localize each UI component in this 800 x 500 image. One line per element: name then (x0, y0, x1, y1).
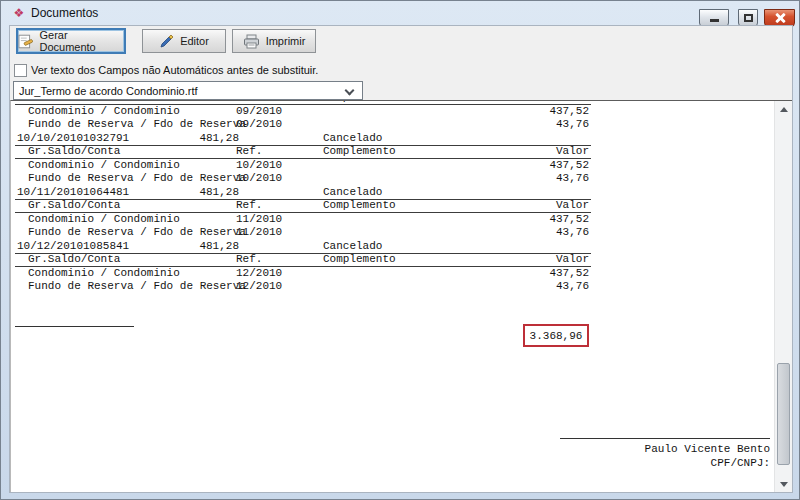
signature-doc-label: CPF/CNPJ: (560, 456, 770, 470)
table-cell: Gr.Saldo/Conta (28, 199, 120, 213)
table-cell: Complemento (323, 145, 396, 159)
table-cell: 12/2010 (236, 280, 282, 294)
table-cell: 10/2010 (236, 172, 282, 186)
template-dropdown[interactable]: Jur_Termo de acordo Condominio.rtf (13, 81, 363, 100)
signature-name: Paulo Vicente Bento (560, 442, 770, 456)
table-cell: 11/2010 (236, 226, 282, 240)
table-row: Fundo de Reserva / Fdo de Reserva11/2010… (11, 226, 774, 240)
table-cell: Condominio / Condominio (28, 105, 180, 119)
table-cell: Valor (489, 199, 589, 213)
close-icon (775, 13, 785, 23)
table-cell: 43,76 (489, 172, 589, 186)
table-row: Condominio / Condominio09/2010437,52 (11, 105, 774, 119)
table-cell: Complemento (323, 253, 396, 267)
table-cell: Valor (489, 145, 589, 159)
editor-button[interactable]: Editor (142, 29, 226, 53)
table-cell: 09/2010 (236, 105, 282, 119)
table-cell: Fundo de Reserva / Fdo de Reserva (28, 226, 246, 240)
chevron-down-icon (345, 86, 355, 96)
document-preview-panel: Gr.Saldo/ContaRef.ComplementoValorCondom… (10, 100, 792, 492)
table-cell: Gr.Saldo/Conta (28, 253, 120, 267)
table-cell: 437,52 (489, 213, 589, 227)
table-cell: 437,52 (489, 105, 589, 119)
documents-window: Documentos Gerar Documento Edit (0, 0, 800, 500)
table-cell: Condominio / Condominio (28, 159, 180, 173)
template-dropdown-value: Jur_Termo de acordo Condominio.rtf (19, 85, 198, 97)
subtotal-line (15, 326, 134, 327)
table-cell: Cancelado (323, 186, 382, 200)
table-cell: Fundo de Reserva / Fdo de Reserva (28, 280, 246, 294)
table-cell: 43,76 (489, 280, 589, 294)
table-row: 10/10/20101032791481,28Cancelado (11, 132, 774, 146)
table-row: Condominio / Condominio10/2010437,52 (11, 159, 774, 173)
signature-line (560, 438, 770, 439)
table-cell: 10/11/2010 (17, 186, 83, 200)
table-header-row: Gr.Saldo/ContaRef.ComplementoValor (11, 145, 774, 159)
table-cell: 09/2010 (236, 118, 282, 132)
table-cell: 10/2010 (236, 159, 282, 173)
print-button[interactable]: Imprimir (232, 29, 316, 53)
table-cell: Ref. (236, 199, 262, 213)
table-header-row: Gr.Saldo/ContaRef.ComplementoValor (11, 253, 774, 267)
table-cell: 12/2010 (236, 267, 282, 281)
vertical-scrollbar[interactable] (774, 101, 792, 492)
table-row: Fundo de Reserva / Fdo de Reserva09/2010… (11, 118, 774, 132)
table-cell: Fundo de Reserva / Fdo de Reserva (28, 172, 246, 186)
table-cell: Cancelado (323, 240, 382, 254)
printer-icon (243, 34, 260, 49)
maximize-icon (744, 14, 753, 22)
window-title: Documentos (31, 6, 98, 20)
total-box: 3.368,96 (523, 324, 589, 347)
show-fields-checkbox[interactable] (14, 64, 27, 77)
table-cell: 10/10/2010 (17, 132, 83, 146)
print-label: Imprimir (266, 35, 306, 47)
table-cell: 437,52 (489, 267, 589, 281)
scrollbar-thumb[interactable] (777, 363, 790, 465)
client-area: Gerar Documento Editor Imprimir Ver text… (9, 25, 793, 493)
total-value: 3.368,96 (530, 330, 583, 342)
editor-label: Editor (180, 35, 209, 47)
table-cell: Valor (489, 253, 589, 267)
table-cell: 1032791 (83, 132, 129, 146)
table-cell: 481,28 (151, 186, 239, 200)
table-cell: 437,52 (489, 159, 589, 173)
chevron-down-icon (780, 482, 788, 487)
table-cell: Condominio / Condominio (28, 267, 180, 281)
table-cell: Condominio / Condominio (28, 213, 180, 227)
table-cell: Cancelado (323, 132, 382, 146)
signature-block: Paulo Vicente Bento CPF/CNPJ: (560, 438, 770, 470)
table-cell: 43,76 (489, 118, 589, 132)
document-table: Gr.Saldo/ContaRef.ComplementoValorCondom… (11, 100, 774, 294)
generate-document-button[interactable]: Gerar Documento (16, 28, 126, 54)
app-icon (12, 6, 26, 20)
table-row: 10/11/20101064481481,28Cancelado (11, 186, 774, 200)
table-cell: Ref. (236, 145, 262, 159)
minimize-icon (710, 19, 719, 22)
table-cell: 481,28 (151, 240, 239, 254)
pen-icon (159, 34, 174, 49)
table-cell: Ref. (236, 253, 262, 267)
title-bar[interactable]: Documentos (1, 1, 799, 25)
document-pencil-icon (18, 34, 33, 49)
table-cell: 10/12/2010 (17, 240, 83, 254)
table-cell: 11/2010 (236, 213, 282, 227)
chevron-up-icon (780, 107, 788, 112)
table-row: Fundo de Reserva / Fdo de Reserva12/2010… (11, 280, 774, 294)
scroll-up-button[interactable] (775, 101, 792, 118)
table-row: Condominio / Condominio11/2010437,52 (11, 213, 774, 227)
table-row: Fundo de Reserva / Fdo de Reserva10/2010… (11, 172, 774, 186)
generate-document-label: Gerar Documento (39, 29, 124, 53)
show-fields-checkbox-label: Ver texto dos Campos não Automáticos ant… (31, 64, 318, 76)
table-cell: 43,76 (489, 226, 589, 240)
scroll-down-button[interactable] (775, 475, 792, 492)
table-row: Condominio / Condominio12/2010437,52 (11, 267, 774, 281)
table-cell: 1064481 (83, 186, 129, 200)
table-header-row: Gr.Saldo/ContaRef.ComplementoValor (11, 199, 774, 213)
table-row: 10/12/20101085841481,28Cancelado (11, 240, 774, 254)
table-cell: Gr.Saldo/Conta (28, 145, 120, 159)
table-cell: Complemento (323, 199, 396, 213)
table-cell: Fundo de Reserva / Fdo de Reserva (28, 118, 246, 132)
table-cell: 481,28 (151, 132, 239, 146)
table-cell: 1085841 (83, 240, 129, 254)
